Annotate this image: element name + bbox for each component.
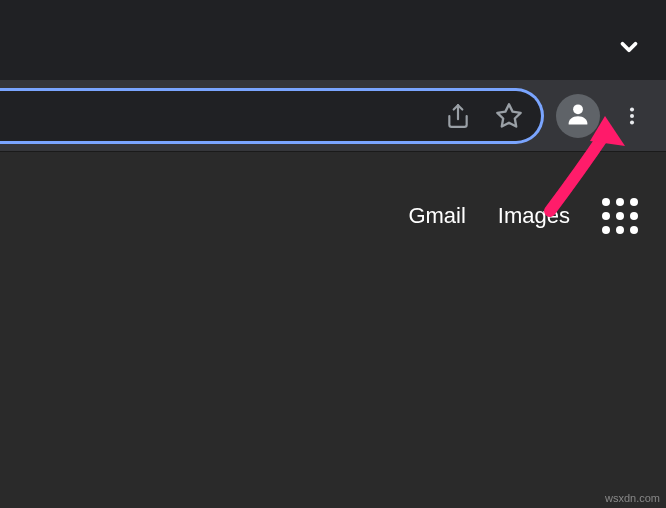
tab-strip (0, 0, 666, 80)
svg-point-2 (573, 104, 583, 114)
share-icon (445, 103, 471, 129)
address-bar[interactable] (0, 88, 544, 144)
svg-marker-1 (497, 104, 520, 126)
watermark-text: wsxdn.com (605, 492, 660, 504)
share-button[interactable] (445, 103, 471, 129)
svg-point-4 (630, 113, 634, 117)
gmail-link[interactable]: Gmail (408, 203, 465, 229)
header-links: Gmail Images (408, 198, 638, 234)
svg-point-5 (630, 120, 634, 124)
tabs-dropdown-button[interactable] (616, 34, 642, 64)
page-content: Gmail Images (0, 152, 666, 508)
user-icon (564, 100, 592, 132)
browser-toolbar (0, 80, 666, 152)
star-icon (495, 102, 523, 130)
images-link[interactable]: Images (498, 203, 570, 229)
chevron-down-icon (616, 34, 642, 60)
google-apps-button[interactable] (602, 198, 638, 234)
profile-button[interactable] (556, 94, 600, 138)
apps-grid-icon (602, 198, 610, 206)
browser-menu-button[interactable] (612, 96, 652, 136)
bookmark-button[interactable] (495, 102, 523, 130)
svg-point-3 (630, 107, 634, 111)
kebab-menu-icon (621, 105, 643, 127)
